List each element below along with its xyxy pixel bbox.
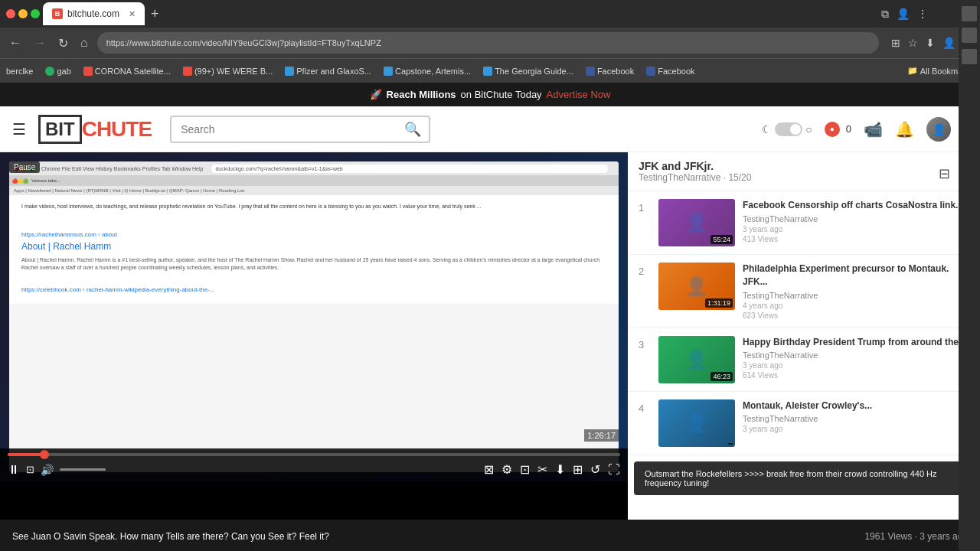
bookmark-facebook1-label: Facebook [597, 67, 634, 76]
banner-rocket-icon: 🚀 [370, 89, 382, 100]
toast-right-text: Outsmart the Rockefellers >>>> break fre… [645, 469, 937, 487]
maximize-window-btn[interactable] [31, 9, 40, 18]
bottom-video-title: See Juan O Savin Speak. How many Tells a… [12, 531, 329, 542]
advertise-link[interactable]: Advertise Now [547, 89, 611, 100]
cast-icon[interactable]: ⊞ [891, 37, 900, 49]
main-content-area: Chrome File Edit View History Bookmarks … [0, 152, 980, 520]
item-number-4: 4 [639, 403, 651, 447]
browser-menu-icons: ⧉ 👤 ⋮ [881, 8, 928, 21]
volume-btn[interactable]: 🔊 [41, 464, 54, 476]
screen2-icon[interactable]: ⊠ [484, 462, 494, 477]
fullscreen-btn[interactable]: ⛶ [608, 463, 620, 477]
search-submit-btn[interactable]: 🔍 [397, 121, 429, 138]
browser-window: B bitchute.com ✕ + ⧉ 👤 ⋮ ← → ↻ ⌂ https:/… [0, 0, 980, 83]
cast-btn[interactable]: ⊞ [573, 462, 583, 477]
screen-url-bar: duckduckgo.com/?q=rachel-hamm&atb=v1-1&i… [211, 165, 608, 173]
site-wrapper: 🚀 Reach Millions on BitChute Today Adver… [0, 83, 980, 551]
upload-icon: 📹 [864, 121, 883, 138]
refresh-btn[interactable]: ↻ [55, 33, 71, 54]
screen-main-content: I make videos, host interviews, do teach… [9, 195, 619, 304]
item-info-1: Facebook Censorship off charts CosaNostr… [743, 199, 969, 246]
playlist-channel-position: TestingTheNarrative · 15/20 [639, 172, 751, 183]
item-views-1: 413 Views [743, 235, 969, 243]
playlist-item-4[interactable]: 4 👤 Montauk, Aleister Crowley's... Testi… [628, 392, 980, 455]
search-bar: 🔍 [170, 116, 430, 143]
bookmark-pfizer[interactable]: Pfizer and GlaxoS... [285, 67, 371, 76]
play-pause-btn[interactable]: ⏸ [8, 463, 20, 477]
item-number-3: 3 [639, 339, 651, 383]
volume-slider[interactable] [60, 468, 106, 471]
user-avatar[interactable]: 👤 [926, 117, 951, 142]
item-channel-3: TestingTheNarrative [743, 350, 969, 360]
bookmark-wewere[interactable]: (99+) WE WERE B... [183, 67, 273, 76]
pause-overlay-label: Pause [9, 161, 40, 173]
new-tab-btn[interactable]: + [151, 6, 159, 22]
notification-btn[interactable]: 🔔 [895, 120, 914, 139]
browser-menu-btn[interactable]: ⋮ [917, 8, 928, 20]
bookmark-icon[interactable]: ☆ [908, 37, 918, 49]
thumb-duration-3: 46:23 [710, 372, 733, 381]
record-btn[interactable]: ● [825, 122, 840, 137]
pip-btn[interactable]: ⊡ [520, 462, 530, 477]
bookmark-corona[interactable]: CORONA Satellite... [83, 67, 171, 76]
profile-avatar-icon[interactable]: 👤 [942, 37, 956, 49]
item-info-2: Philadelphia Experiment precursor to Mon… [743, 262, 969, 320]
bookmarks-bar: berclke gab CORONA Satellite... (99+) WE… [0, 58, 980, 83]
shuffle-icon[interactable]: ⊟ [939, 165, 950, 182]
item-info-4: Montauk, Aleister Crowley's... TestingTh… [743, 399, 969, 447]
bookmark-facebook1-icon [586, 67, 595, 76]
screen-result-title: About | Rachel Hamm [21, 241, 606, 252]
playlist-item-3[interactable]: 3 👤 46:23 Happy Birthday President Trump… [628, 328, 980, 392]
playlist-item-1[interactable]: 1 👤 55:24 Facebook Censorship off charts… [628, 191, 980, 255]
download-btn[interactable]: ⬇ [555, 462, 565, 477]
extensions-icon[interactable]: ⧉ [881, 8, 889, 21]
theme-toggle[interactable]: ☾ ○ [762, 122, 812, 136]
bookmark-capstone-icon [384, 67, 393, 76]
bookmark-gab[interactable]: gab [45, 67, 70, 76]
video-screen-content: Chrome File Edit View History Bookmarks … [9, 161, 619, 472]
search-input[interactable] [172, 123, 397, 135]
site-logo[interactable]: BIT CHUTE [38, 115, 152, 144]
url-bar[interactable]: https://www.bitchute.com/video/NIY9euGCl… [97, 32, 879, 54]
theater-mode-btn[interactable]: ⊡ [26, 464, 34, 475]
bookmark-capstone[interactable]: Capstone, Artemis... [384, 67, 471, 76]
logo-chute-text: CHUTE [82, 117, 152, 142]
tab-bar: B bitchute.com ✕ + ⧉ 👤 ⋮ [0, 0, 980, 28]
close-window-btn[interactable] [6, 9, 15, 18]
strip-item-3 [962, 49, 977, 64]
screen-bookmarks-row: Apps | Newsfeeed | Natural News | (RT)MS… [9, 186, 619, 195]
home-btn[interactable]: ⌂ [77, 33, 91, 53]
upload-btn[interactable]: 📹 [864, 120, 883, 139]
bookmark-georgia[interactable]: The Georgia Guide... [483, 67, 573, 76]
item-thumbnail-2: 👤 1:31:19 [658, 262, 735, 310]
forward-btn[interactable]: → [31, 33, 49, 53]
progress-scrubber[interactable] [40, 450, 49, 459]
bookmark-facebook2[interactable]: Facebook [646, 67, 694, 76]
item-number-1: 1 [639, 202, 651, 246]
bookmark-pfizer-icon [285, 67, 294, 76]
tab-close-btn[interactable]: ✕ [129, 9, 136, 19]
scissors-btn[interactable]: ✂ [537, 462, 547, 477]
bookmark-facebook2-label: Facebook [658, 67, 694, 76]
hamburger-menu-btn[interactable]: ☰ [12, 120, 26, 139]
rotate-btn[interactable]: ↺ [590, 462, 600, 477]
item-meta-2: 4 years ago [743, 302, 969, 310]
bookmark-facebook1[interactable]: Facebook [586, 67, 634, 76]
back-btn[interactable]: ← [6, 33, 24, 53]
item-age-1: 3 years ago [743, 225, 782, 233]
theme-toggle-track[interactable] [775, 122, 802, 136]
screen-tabs: 🔴🟡🟢 Various tabs... [9, 175, 619, 186]
settings-btn[interactable]: ⚙ [501, 462, 512, 477]
video-bottom-bar: See Juan O Savin Speak. How many Tells a… [0, 520, 980, 551]
active-tab[interactable]: B bitchute.com ✕ [43, 2, 145, 25]
bookmark-berclke-label: berclke [6, 67, 33, 76]
minimize-window-btn[interactable] [18, 9, 28, 18]
strip-item-1 [962, 6, 977, 21]
download-icon[interactable]: ⬇ [926, 37, 935, 49]
progress-bar[interactable] [8, 453, 620, 456]
item-age-3: 3 years ago [743, 361, 782, 370]
screen-result-url2: https://celebhook.com › rachel-hamm-wiki… [21, 286, 606, 293]
playlist-item-2[interactable]: 2 👤 1:31:19 Philadelphia Experiment prec… [628, 255, 980, 328]
bookmark-berclke[interactable]: berclke [6, 67, 33, 76]
profile-icon[interactable]: 👤 [897, 8, 910, 20]
